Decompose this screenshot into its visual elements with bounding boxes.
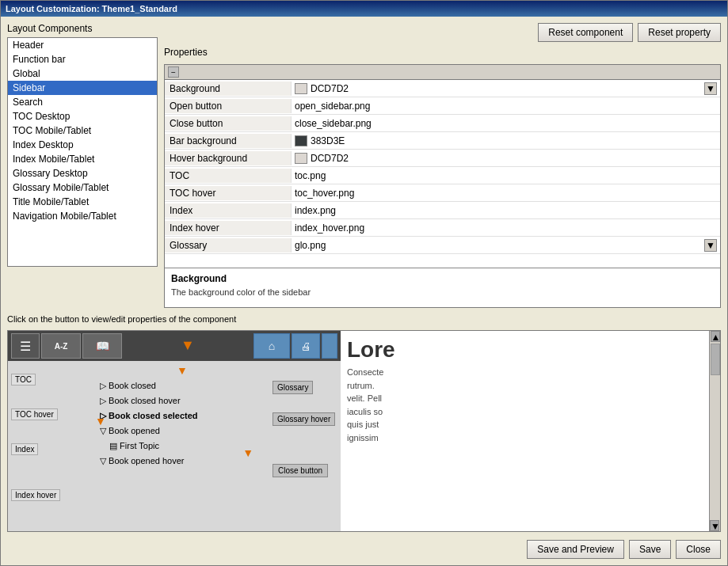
list-item-index-mobile[interactable]: Index Mobile/Tablet bbox=[8, 152, 157, 166]
sidebar-toolbar: ☰ A-Z 📖 ▼ ⌂ 🖨 bbox=[8, 331, 341, 361]
prop-value-glossary[interactable]: glo.png ▼ bbox=[292, 237, 720, 253]
prop-name-toc-hover: TOC hover bbox=[165, 186, 292, 200]
prop-text-toc-hover: toc_hover.png bbox=[295, 188, 354, 199]
index-label-tag: Index bbox=[11, 443, 92, 454]
list-item-nav-mobile[interactable]: Navigation Mobile/Tablet bbox=[8, 209, 157, 223]
prop-value-open-button[interactable]: open_sidebar.png bbox=[292, 99, 720, 113]
tree-item-first-topic[interactable]: ▤ First Topic bbox=[98, 439, 266, 454]
prop-value-toc[interactable]: toc.png bbox=[292, 169, 720, 183]
glossary-tag: Glossary bbox=[273, 381, 313, 394]
list-item-sidebar[interactable]: Sidebar bbox=[8, 81, 157, 95]
prop-row-background: Background DCD7D2 ▼ bbox=[165, 80, 720, 97]
reset-component-button[interactable]: Reset component bbox=[538, 23, 633, 42]
tree-item-book-closed-selected[interactable]: ▷ Book closed selected bbox=[98, 408, 266, 424]
sidebar-right-labels: Glossary Glossary hover Close button bbox=[269, 361, 341, 531]
list-item-glossary-mobile[interactable]: Glossary Mobile/Tablet bbox=[8, 180, 157, 195]
left-panel: Layout Components Header Function bar Gl… bbox=[7, 23, 158, 308]
list-item-glossary-desktop[interactable]: Glossary Desktop bbox=[8, 166, 157, 180]
prop-name-close-button: Close button bbox=[165, 116, 292, 131]
main-window: Layout Customization: Theme1_Standard La… bbox=[0, 0, 728, 566]
scroll-down-arrow[interactable]: ▼ bbox=[710, 520, 719, 531]
tree-item-book-closed[interactable]: ▷ Book closed bbox=[98, 378, 266, 393]
prop-name-background: Background bbox=[165, 82, 292, 96]
sidebar-book-button[interactable]: 📖 bbox=[82, 333, 122, 359]
scroll-thumb[interactable] bbox=[711, 344, 720, 375]
tree-item-book-closed-hover[interactable]: ▷ Book closed hover bbox=[98, 393, 266, 408]
properties-label: Properties bbox=[164, 47, 721, 58]
properties-panel: − Background DCD7D2 ▼ bbox=[164, 64, 721, 308]
prop-row-glossary: Glossary glo.png ▼ bbox=[165, 237, 720, 254]
glossary-hover-label-tag: Glossary hover bbox=[273, 413, 337, 424]
prop-value-index-hover[interactable]: index_hover.png bbox=[292, 221, 720, 235]
list-item-index-desktop[interactable]: Index Desktop bbox=[8, 138, 157, 152]
dropdown-background[interactable]: ▼ bbox=[704, 82, 717, 95]
tree-item-book-opened-hover[interactable]: ▽ Book opened hover bbox=[98, 454, 266, 469]
tree-arrow-right: ▼ bbox=[242, 446, 253, 459]
tree-item-book-opened[interactable]: ▽ Book opened bbox=[98, 424, 266, 439]
prop-text-open-button: open_sidebar.png bbox=[295, 101, 370, 112]
list-item-title-mobile[interactable]: Title Mobile/Tablet bbox=[8, 195, 157, 209]
preview-main-content: Lore Consecterutrum.velit. Pelliaculis s… bbox=[341, 331, 709, 531]
layout-components-label: Layout Components bbox=[7, 23, 158, 34]
close-button[interactable]: Close bbox=[676, 540, 721, 559]
color-swatch-hover-background[interactable] bbox=[295, 153, 307, 164]
tree-arrow-top: ▼ bbox=[98, 364, 266, 377]
sidebar-list-button[interactable]: ☰ bbox=[11, 333, 40, 359]
close-button-tag[interactable]: Close button bbox=[273, 464, 328, 477]
content-area: Layout Components Header Function bar Gl… bbox=[1, 17, 727, 565]
prop-row-open-button: Open button open_sidebar.png bbox=[165, 97, 720, 115]
prop-value-close-button[interactable]: close_sidebar.png bbox=[292, 116, 720, 131]
hint-bar: Click on the button to view/edit propert… bbox=[7, 313, 721, 325]
title-bar: Layout Customization: Theme1_Standard bbox=[1, 1, 727, 17]
right-panel: Reset component Reset property Propertie… bbox=[164, 23, 721, 308]
preview-scrollbar[interactable]: ▲ ▼ bbox=[709, 331, 720, 531]
prop-value-bar-background[interactable]: 383D3E bbox=[292, 134, 720, 148]
list-item-header[interactable]: Header bbox=[8, 38, 157, 52]
collapse-button[interactable]: − bbox=[168, 66, 179, 78]
description-box: Background The background color of the s… bbox=[165, 268, 720, 307]
save-button[interactable]: Save bbox=[629, 540, 671, 559]
lorem-text: Consecterutrum.velit. Pelliaculis soquis… bbox=[347, 366, 703, 444]
list-item-function-bar[interactable]: Function bar bbox=[8, 52, 157, 66]
properties-header: − bbox=[165, 65, 720, 80]
list-item-global[interactable]: Global bbox=[8, 66, 157, 81]
color-swatch-background[interactable] bbox=[295, 83, 307, 94]
save-preview-button[interactable]: Save and Preview bbox=[527, 540, 624, 559]
prop-row-toc: TOC toc.png bbox=[165, 167, 720, 184]
list-item-toc-mobile[interactable]: TOC Mobile/Tablet bbox=[8, 123, 157, 138]
layout-components-list[interactable]: Header Function bar Global Sidebar Searc… bbox=[7, 37, 158, 267]
prop-value-toc-hover[interactable]: toc_hover.png bbox=[292, 186, 720, 200]
properties-scroll[interactable]: Background DCD7D2 ▼ Open button open_ bbox=[165, 80, 720, 268]
prop-row-index-hover: Index hover index_hover.png bbox=[165, 219, 720, 237]
prop-row-toc-hover: TOC hover toc_hover.png bbox=[165, 184, 720, 202]
prop-name-toc: TOC bbox=[165, 169, 292, 183]
prop-text-background: DCD7D2 bbox=[311, 83, 349, 94]
toc-hover-tag: TOC hover bbox=[11, 408, 58, 420]
scroll-up-arrow[interactable]: ▲ bbox=[711, 331, 720, 342]
prop-name-index-hover: Index hover bbox=[165, 221, 292, 235]
top-section: Layout Components Header Function bar Gl… bbox=[7, 23, 721, 308]
prop-text-close-button: close_sidebar.png bbox=[295, 118, 372, 129]
prop-value-hover-background[interactable]: DCD7D2 bbox=[292, 151, 720, 165]
prop-value-background[interactable]: DCD7D2 ▼ bbox=[292, 81, 720, 97]
sidebar-print-button[interactable]: 🖨 bbox=[292, 333, 320, 359]
sidebar-home-button[interactable]: ⌂ bbox=[253, 333, 290, 359]
prop-row-index: Index index.png bbox=[165, 202, 720, 219]
sidebar-az-button[interactable]: A-Z bbox=[41, 333, 81, 359]
glossary-hover-tag: Glossary hover bbox=[273, 412, 335, 426]
prop-text-glossary: glo.png bbox=[295, 240, 326, 251]
list-item-toc-desktop[interactable]: TOC Desktop bbox=[8, 109, 157, 123]
prop-text-hover-background: DCD7D2 bbox=[311, 153, 349, 164]
list-item-search[interactable]: Search bbox=[8, 95, 157, 109]
sidebar-extra-button[interactable] bbox=[322, 333, 337, 359]
dropdown-glossary[interactable]: ▼ bbox=[704, 239, 717, 252]
prop-name-index: Index bbox=[165, 203, 292, 218]
top-buttons: Reset component Reset property bbox=[164, 23, 721, 42]
reset-property-button[interactable]: Reset property bbox=[638, 23, 721, 42]
prop-value-index[interactable]: index.png bbox=[292, 203, 720, 218]
description-text: The background color of the sidebar bbox=[171, 287, 714, 297]
prop-name-open-button: Open button bbox=[165, 99, 292, 113]
prop-name-bar-background: Bar background bbox=[165, 134, 292, 148]
color-swatch-bar-background[interactable] bbox=[295, 135, 307, 146]
preview-sidebar-area: ☰ A-Z 📖 ▼ ⌂ 🖨 bbox=[8, 331, 341, 531]
